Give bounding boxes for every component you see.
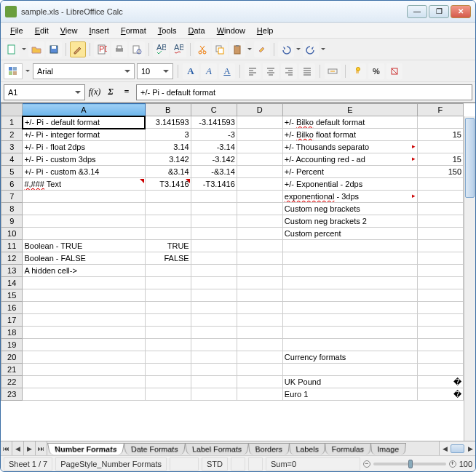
tab-next-icon[interactable]: ▶	[24, 441, 36, 455]
cell-C9[interactable]	[191, 215, 237, 228]
menu-window[interactable]: Window	[212, 25, 250, 36]
row-header[interactable]: 17	[1, 314, 23, 327]
cell-F17[interactable]	[417, 314, 463, 327]
cell-A19[interactable]	[23, 339, 145, 351]
cell-E6[interactable]: +/- Exponential - 2dps	[282, 178, 417, 191]
cell-A4[interactable]: +/- Pi - custom 3dps	[23, 153, 145, 166]
cell-D9[interactable]	[237, 215, 282, 228]
zoom-in-icon[interactable]: +	[449, 460, 456, 468]
new-dropdown[interactable]	[21, 46, 27, 52]
cell-F8[interactable]	[417, 203, 463, 215]
cell-E12[interactable]	[282, 252, 417, 265]
cell-A23[interactable]	[23, 388, 145, 401]
font-name-combo[interactable]: Arial	[33, 63, 135, 79]
cell-B9[interactable]	[145, 215, 191, 228]
save-icon[interactable]	[46, 41, 62, 57]
cell-D18[interactable]	[237, 327, 282, 339]
cell-C5[interactable]: -&3.14	[191, 166, 237, 178]
row-header[interactable]: 5	[1, 166, 23, 178]
undo-dropdown[interactable]	[295, 46, 301, 52]
cell-E14[interactable]	[282, 277, 417, 289]
cell-F1[interactable]	[417, 116, 463, 129]
cell-F6[interactable]	[417, 178, 463, 191]
print-preview-icon[interactable]	[129, 41, 145, 57]
redo-icon[interactable]	[303, 41, 319, 57]
cell-F2[interactable]: 15	[417, 129, 463, 141]
cell-C6[interactable]: -T3.1416	[191, 178, 237, 191]
cell-B15[interactable]	[145, 289, 191, 302]
cell-A6[interactable]: #,### Text	[23, 178, 145, 191]
align-left-icon[interactable]	[245, 63, 261, 79]
cell-D5[interactable]	[237, 166, 282, 178]
cell-E21[interactable]	[282, 364, 417, 376]
cell-E7[interactable]: exponentional - 3dps	[282, 191, 417, 203]
row-header[interactable]: 1	[1, 116, 23, 129]
cell-B11[interactable]: TRUE	[145, 240, 191, 252]
row-header[interactable]: 12	[1, 252, 23, 265]
selection-mode[interactable]: STD	[202, 457, 228, 471]
cell-F4[interactable]: 15	[417, 153, 463, 166]
cell-C4[interactable]: -3.142	[191, 153, 237, 166]
tab-prev-icon[interactable]: ◀	[12, 441, 24, 455]
cell-A16[interactable]	[23, 302, 145, 314]
cell-C23[interactable]	[191, 388, 237, 401]
cell-A22[interactable]	[23, 376, 145, 388]
cell-F22[interactable]: �	[417, 376, 463, 388]
cell-A20[interactable]	[23, 351, 145, 364]
sheet-tab-image[interactable]: Image	[370, 443, 406, 455]
cell-F13[interactable]	[417, 265, 463, 277]
new-doc-icon[interactable]	[4, 41, 20, 57]
menu-data[interactable]: Data	[183, 25, 210, 36]
sum-icon[interactable]: Σ	[104, 85, 117, 100]
cell-E15[interactable]	[282, 289, 417, 302]
sheet-tab-borders[interactable]: Borders	[248, 443, 290, 455]
zoom-control[interactable]: − + 100	[363, 460, 472, 468]
menu-format[interactable]: Format	[116, 25, 151, 36]
cell-C2[interactable]: -3	[191, 129, 237, 141]
format-paintbrush-icon[interactable]	[254, 41, 270, 57]
formula-input[interactable]: +/- Pi - default format	[136, 84, 472, 100]
cell-A11[interactable]: Boolean - TRUE	[23, 240, 145, 252]
cell-E1[interactable]: +/- Bilko default format	[282, 116, 417, 129]
name-box[interactable]: A1	[4, 84, 85, 100]
cell-D15[interactable]	[237, 289, 282, 302]
cell-D7[interactable]	[237, 191, 282, 203]
zoom-handle[interactable]	[408, 460, 413, 468]
sheet-tab-number-formats[interactable]: Number Formats	[47, 443, 124, 455]
styles-dropdown[interactable]	[25, 68, 31, 74]
cell-F14[interactable]	[417, 277, 463, 289]
cell-B2[interactable]: 3	[145, 129, 191, 141]
paste-dropdown[interactable]	[247, 46, 253, 52]
hscroll-left-icon[interactable]: ◀	[440, 445, 450, 452]
cell-C12[interactable]	[191, 252, 237, 265]
function-wizard-icon[interactable]: f(x)	[88, 85, 101, 100]
cell-B7[interactable]	[145, 191, 191, 203]
cell-F23[interactable]: �	[417, 388, 463, 401]
cell-D20[interactable]	[237, 351, 282, 364]
export-pdf-icon[interactable]: PDF	[94, 41, 110, 57]
row-header[interactable]: 20	[1, 351, 23, 364]
col-header-C[interactable]: C	[191, 104, 237, 116]
cell-B12[interactable]: FALSE	[145, 252, 191, 265]
edit-doc-icon[interactable]	[70, 41, 86, 57]
cell-A14[interactable]	[23, 277, 145, 289]
cell-B8[interactable]	[145, 203, 191, 215]
cell-B5[interactable]: &3.14	[145, 166, 191, 178]
cell-C8[interactable]	[191, 203, 237, 215]
cell-F19[interactable]	[417, 339, 463, 351]
italic-icon[interactable]: A	[201, 63, 217, 79]
align-right-icon[interactable]	[281, 63, 297, 79]
menu-view[interactable]: View	[55, 25, 83, 36]
copy-icon[interactable]	[212, 41, 228, 57]
select-all-corner[interactable]	[1, 104, 23, 116]
row-header[interactable]: 13	[1, 265, 23, 277]
row-header[interactable]: 10	[1, 228, 23, 240]
col-header-F[interactable]: F	[417, 104, 463, 116]
cell-D16[interactable]	[237, 302, 282, 314]
hscroll-right-icon[interactable]: ▶	[465, 445, 475, 452]
cell-E23[interactable]: Euro 1	[282, 388, 417, 401]
cell-F3[interactable]	[417, 141, 463, 153]
font-size-combo[interactable]: 10	[137, 63, 173, 79]
cell-D14[interactable]	[237, 277, 282, 289]
cell-B6[interactable]: T3.1416	[145, 178, 191, 191]
